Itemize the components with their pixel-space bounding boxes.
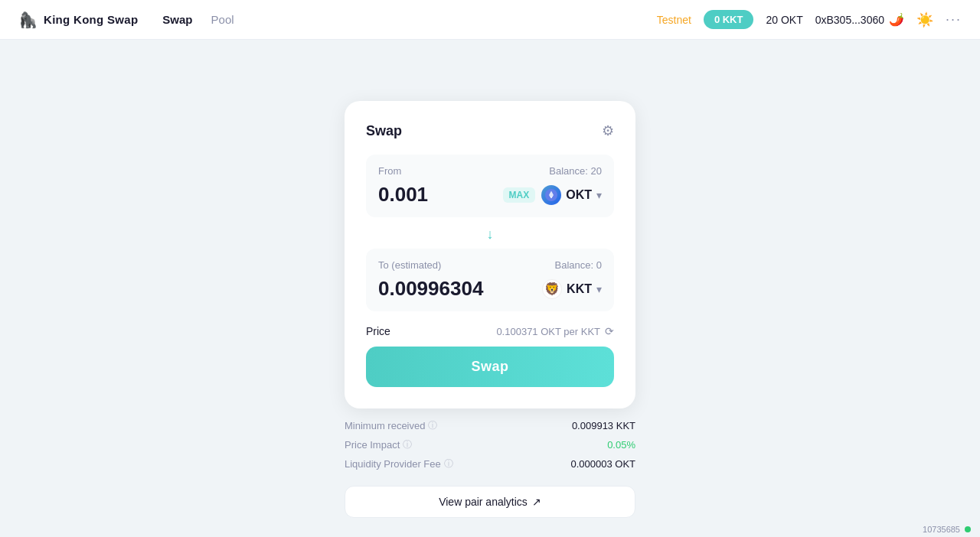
address-area[interactable]: 0xB305...3060 🌶️ [815,12,904,27]
minimum-received-row: Minimum received ⓘ 0.009913 KKT [345,419,635,432]
kkt-icon: 🦁 [542,279,562,299]
below-card: Minimum received ⓘ 0.009913 KKT Price Im… [345,408,635,518]
to-token-name: KKT [567,282,592,296]
main-content: Swap ⚙ From Balance: 20 MAX [0,40,980,518]
header: 🦍 King Kong Swap Swap Pool Testnet 0 KKT… [0,0,980,40]
minimum-received-label: Minimum received ⓘ [345,419,437,432]
view-pair-analytics-button[interactable]: View pair analytics ↗ [345,486,635,518]
price-label: Price [366,325,390,337]
nav-pool[interactable]: Pool [211,13,234,26]
price-impact-value: 0.05% [607,439,635,451]
price-impact-label: Price Impact ⓘ [345,438,412,451]
nav-links: Swap Pool [162,13,234,26]
liquidity-fee-label: Liquidity Provider Fee ⓘ [345,457,453,470]
info-rows: Minimum received ⓘ 0.009913 KKT Price Im… [345,408,635,483]
to-header-row: To (estimated) Balance: 0 [378,259,602,271]
status-bar: 10735685 [913,522,980,537]
refresh-price-icon[interactable]: ⟳ [605,325,614,337]
liquidity-fee-row: Liquidity Provider Fee ⓘ 0.000003 OKT [345,457,635,470]
price-impact-help-icon[interactable]: ⓘ [403,438,412,451]
price-impact-row: Price Impact ⓘ 0.05% [345,438,635,451]
logo-text: King Kong Swap [44,13,138,26]
liquidity-fee-help-icon[interactable]: ⓘ [444,457,453,470]
to-input-row: 🦁 KKT ▾ [378,277,602,301]
theme-toggle-icon[interactable]: ☀️ [916,11,933,28]
minimum-received-value: 0.009913 KKT [572,420,635,431]
swap-card: Swap ⚙ From Balance: 20 MAX [345,101,635,408]
swap-button[interactable]: Swap [366,347,614,387]
settings-icon[interactable]: ⚙ [602,122,614,139]
to-label: To (estimated) [378,259,441,271]
from-balance-label: Balance: 20 [549,165,602,177]
to-balance-label: Balance: 0 [555,259,602,271]
logo-area: 🦍 King Kong Swap [18,11,138,29]
wallet-badge[interactable]: 0 KKT [704,10,754,29]
external-link-icon: ↗ [532,496,541,508]
from-header-row: From Balance: 20 [378,165,602,177]
max-button[interactable]: MAX [503,187,536,203]
to-token-selector[interactable]: 🦁 KKT ▾ [542,279,602,299]
view-pair-analytics-label: View pair analytics [439,496,528,508]
card-header: Swap ⚙ [366,122,614,139]
header-right: Testnet 0 KKT 20 OKT 0xB305...3060 🌶️ ☀️… [657,10,962,29]
testnet-badge: Testnet [657,14,691,26]
price-value-text: 0.100371 OKT per KKT [496,326,600,337]
price-row: Price 0.100371 OKT per KKT ⟳ [366,314,614,343]
from-input-row: MAX OKT ▾ [378,183,602,207]
balance-text: 20 OKT [766,14,802,26]
from-token-name: OKT [566,188,592,202]
address-text: 0xB305...3060 [815,14,884,26]
to-amount-input[interactable] [378,277,485,301]
more-menu-icon[interactable]: ··· [946,11,962,28]
minimum-received-help-icon[interactable]: ⓘ [428,419,437,432]
logo-icon: 🦍 [18,11,38,29]
to-token-chevron: ▾ [596,283,602,295]
fire-icon: 🌶️ [889,12,904,27]
okt-icon [541,185,561,205]
price-value-area: 0.100371 OKT per KKT ⟳ [496,325,614,337]
from-token-chevron: ▾ [596,189,602,201]
nav-swap[interactable]: Swap [162,13,192,26]
from-token-selector[interactable]: OKT ▾ [541,185,602,205]
from-section: From Balance: 20 MAX [366,155,614,217]
swap-arrow-icon: ↓ [487,226,494,242]
from-amount-input[interactable] [378,183,485,207]
from-label: From [378,165,401,177]
status-dot [965,526,971,532]
swap-direction-toggle[interactable]: ↓ [366,220,614,249]
card-title: Swap [366,123,402,139]
block-number: 10735685 [923,525,960,534]
liquidity-fee-value: 0.000003 OKT [570,458,635,470]
to-section: To (estimated) Balance: 0 🦁 KKT ▾ [366,249,614,311]
